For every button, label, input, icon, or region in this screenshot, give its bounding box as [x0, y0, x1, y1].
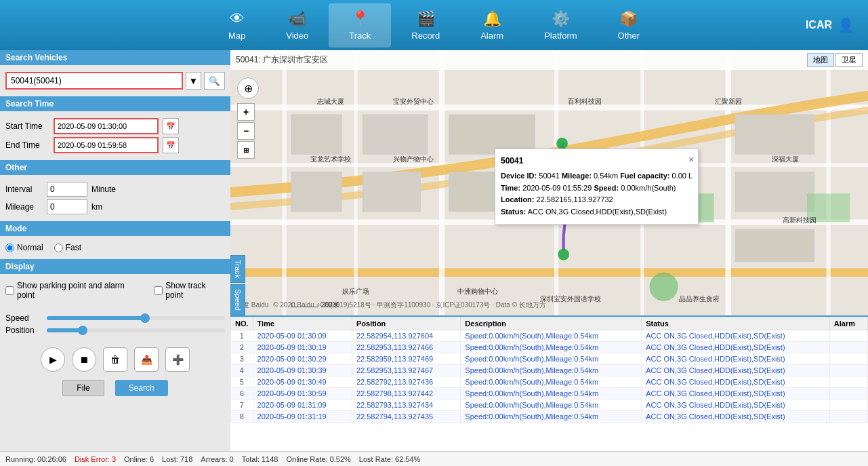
nav-other[interactable]: 📦 Other	[598, 3, 661, 47]
status-disk-error: Disk Error: 3	[75, 455, 116, 463]
map-view-buttons: 地图 卫星	[807, 53, 863, 67]
table-scroll[interactable]: NO. Time Position Description Status Ala…	[230, 317, 868, 451]
cell-status: ACC ON,3G Closed,HDD(Exist),SD(Exist)	[642, 365, 830, 376]
end-time-input[interactable]	[54, 137, 159, 153]
cell-position: 22.582793,113.927434	[352, 400, 460, 411]
cell-no: 3	[231, 353, 253, 365]
add-button[interactable]: ➕	[165, 347, 190, 372]
nav-video[interactable]: 📹 Video	[266, 3, 329, 47]
speed-slider-track[interactable]	[47, 316, 225, 320]
map-view-map-button[interactable]: 地图	[807, 53, 834, 67]
vehicle-dropdown-button[interactable]: ▼	[186, 72, 201, 90]
nav-record-label: Record	[411, 31, 440, 41]
tooltip-close-button[interactable]: ×	[688, 152, 694, 167]
svg-rect-21	[735, 172, 814, 212]
nav-map[interactable]: 👁 Map	[208, 3, 266, 47]
status-total: Total: 1148	[242, 455, 278, 463]
show-track-option[interactable]: Show track point	[154, 281, 225, 300]
cell-position: 22.582959,113.927469	[352, 353, 460, 365]
table-row[interactable]: 1 2020-05-09 01:30:09 22.582954,113.9276…	[231, 330, 868, 342]
nav-track[interactable]: 📍 Track	[329, 3, 391, 47]
cell-position: 22.582792,113.927436	[352, 376, 460, 388]
delete-button[interactable]: 🗑	[103, 347, 127, 372]
mode-fast-option[interactable]: Fast	[54, 243, 81, 252]
zoom-fit-button[interactable]: ⊞	[237, 141, 255, 159]
end-time-picker-button[interactable]: 📅	[163, 137, 179, 153]
mode-header: Mode	[0, 221, 230, 236]
export-button[interactable]: 📤	[134, 347, 159, 372]
nav-record[interactable]: 🎬 Record	[391, 3, 460, 47]
position-slider-track[interactable]	[47, 328, 225, 332]
compass-button[interactable]: ⊕	[237, 77, 259, 99]
stop-button[interactable]: ⏹	[72, 347, 96, 372]
table-header-row: NO. Time Position Description Status Ala…	[231, 317, 868, 330]
nav-items: 👁 Map 📹 Video 📍 Track 🎬 Record 🔔 Alarm ⚙…	[208, 3, 660, 47]
status-running: Running: 00:26:06	[5, 455, 66, 463]
mode-normal-option[interactable]: Normal	[5, 243, 43, 252]
cell-description: Speed:0.00km/h(South),Mileage:0.54km	[461, 400, 642, 411]
cell-status: ACC ON,3G Closed,HDD(Exist),SD(Exist)	[642, 376, 830, 388]
other-header: Other	[0, 160, 230, 175]
mode-normal-radio[interactable]	[5, 244, 14, 252]
mode-fast-radio[interactable]	[54, 244, 63, 252]
position-slider-thumb[interactable]	[78, 326, 87, 335]
map-area[interactable]: 50041: 广东深圳市宝安区 地图 卫星	[230, 50, 868, 315]
cell-time: 2020-05-09 01:30:39	[253, 365, 352, 376]
track-tab[interactable]: Track	[230, 255, 245, 283]
end-time-label: End Time	[5, 140, 49, 150]
nav-alarm[interactable]: 🔔 Alarm	[460, 3, 524, 47]
table-row[interactable]: 3 2020-05-09 01:30:29 22.582959,113.9274…	[231, 353, 868, 365]
table-row[interactable]: 2 2020-05-09 01:30:19 22.582953,113.9274…	[231, 342, 868, 353]
nav-platform-label: Platform	[544, 31, 577, 41]
cell-time: 2020-05-09 01:30:29	[253, 353, 352, 365]
table-row[interactable]: 5 2020-05-09 01:30:49 22.582792,113.9274…	[231, 376, 868, 388]
speed-tab[interactable]: Speed	[230, 284, 245, 315]
mode-section: Mode Normal Fast	[0, 221, 230, 259]
nav-alarm-label: Alarm	[480, 31, 503, 41]
file-button[interactable]: File	[62, 380, 104, 396]
speed-slider-fill	[47, 316, 145, 320]
show-parking-option[interactable]: Show parking point and alarm point	[5, 281, 143, 300]
interval-input[interactable]	[47, 182, 87, 197]
show-track-checkbox[interactable]	[154, 286, 163, 295]
map-controls: ⊕ + − ⊞	[237, 77, 259, 159]
zoom-in-button[interactable]: +	[237, 103, 255, 121]
cell-description: Speed:0.00km/h(South),Mileage:0.54km	[461, 411, 642, 423]
show-parking-checkbox[interactable]	[5, 286, 14, 295]
table-row[interactable]: 6 2020-05-09 01:30:59 22.582798,113.9274…	[231, 388, 868, 400]
nav-logo: ICAR 👤	[806, 17, 854, 33]
search-button[interactable]: Search	[115, 380, 168, 396]
status-online: Online: 6	[124, 455, 154, 463]
map-view-satellite-button[interactable]: 卫星	[835, 53, 863, 67]
action-buttons: File Search	[0, 377, 230, 402]
speed-slider-row: Speed	[5, 313, 225, 323]
logo-text: ICAR	[806, 19, 832, 31]
cell-description: Speed:0.00km/h(South),Mileage:0.54km	[461, 330, 642, 342]
map-watermark: 百度 Baidu © 2020 Baidu · GS(2019)5218号 · …	[236, 300, 546, 310]
speed-slider-thumb[interactable]	[140, 313, 150, 323]
table-row[interactable]: 4 2020-05-09 01:30:39 22.582953,113.9274…	[231, 365, 868, 376]
vehicle-search-input[interactable]	[5, 72, 183, 90]
table-row[interactable]: 8 2020-05-09 01:31:19 22.582794,113.9274…	[231, 411, 868, 423]
vehicle-search-button[interactable]: 🔍	[204, 72, 225, 90]
search-vehicles-header: Search Vehicles	[0, 50, 230, 65]
cell-position: 22.582953,113.927467	[352, 365, 460, 376]
nav-video-label: Video	[286, 31, 308, 41]
svg-rect-14	[291, 115, 342, 154]
mileage-input[interactable]	[47, 199, 87, 214]
cell-no: 2	[231, 342, 253, 353]
cell-no: 6	[231, 388, 253, 400]
table-row[interactable]: 7 2020-05-09 01:31:09 22.582793,113.9274…	[231, 400, 868, 411]
data-panel: NO. Time Position Description Status Ala…	[230, 315, 868, 451]
nav-platform[interactable]: ⚙️ Platform	[524, 3, 597, 47]
svg-point-12	[558, 249, 569, 260]
mode-row: Normal Fast	[5, 240, 225, 255]
start-time-input[interactable]	[54, 118, 159, 134]
start-time-picker-button[interactable]: 📅	[163, 118, 179, 134]
svg-text:娱乐广场: 娱乐广场	[342, 288, 369, 295]
data-table: NO. Time Position Description Status Ala…	[230, 317, 868, 423]
cell-alarm	[829, 342, 867, 353]
play-button[interactable]: ▶	[41, 347, 65, 372]
zoom-out-button[interactable]: −	[237, 122, 255, 140]
svg-rect-22	[735, 229, 814, 262]
